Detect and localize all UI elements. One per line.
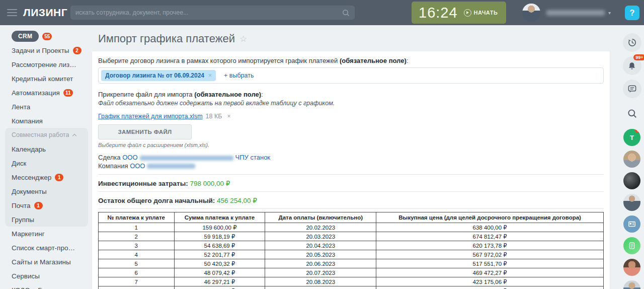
file-remove-icon[interactable]: × [227, 113, 230, 120]
table-row: 746 297,21 ₽20.08.2023423 175,06 ₽ [99, 277, 604, 286]
chat-avatar-photo-5[interactable] [623, 280, 640, 289]
sidebar-item[interactable]: CRM55 [0, 29, 92, 43]
sidebar-item[interactable]: Кредитный комитет [0, 71, 92, 86]
payments-table-body: 1159 600,00 ₽20.02.2023638 400,00 ₽259 9… [99, 223, 604, 289]
timer-start-button[interactable]: НАЧАТЬ [464, 9, 498, 17]
chat-avatar-t[interactable]: T 1 [623, 129, 640, 146]
sidebar-item[interactable]: Календарь [5, 142, 88, 156]
chat-avatar-photo-1[interactable] [623, 151, 640, 168]
table-cell: 20.04.2023 [265, 241, 376, 250]
chevron-up-icon [72, 133, 76, 137]
sidebar-item[interactable]: Сайты и Магазины [0, 255, 92, 269]
table-cell: 638 400,00 ₽ [376, 223, 604, 232]
chat-avatar-doc-icon[interactable] [623, 237, 640, 254]
play-icon [464, 9, 471, 17]
company-name-blurred [147, 164, 195, 169]
table-cell: 1 [99, 223, 175, 232]
sidebar-item[interactable]: Список смарт-процессов [0, 241, 92, 255]
attach-file-label: Прикрепите файл для импорта (обязательно… [98, 91, 604, 98]
table-cell: 20.02.2023 [265, 223, 376, 232]
sidebar-item[interactable]: Лента [0, 100, 92, 114]
investment-row: Инвестиционные затраты: 798 000,00 ₽ [98, 179, 604, 187]
search-icon[interactable] [342, 9, 350, 17]
table-cell: 2 [99, 232, 175, 241]
user-menu-caret-icon[interactable]: ▾ [608, 10, 611, 16]
table-cell: 674 812,47 ₽ [376, 232, 604, 241]
help-button[interactable]: ? [625, 6, 639, 20]
sidebar-item[interactable]: Совместная работа [5, 128, 88, 142]
table-cell: 620 173,78 ₽ [376, 241, 604, 250]
search-input[interactable] [75, 9, 342, 16]
file-link[interactable]: График платежей для импорта.xlsm [98, 113, 203, 120]
table-cell: 44 271,38 ₽ [174, 286, 265, 289]
notifications-bell-icon[interactable]: 99+ [623, 56, 641, 75]
sidebar-badge: 2 [73, 47, 82, 54]
sidebar-item[interactable]: Задачи и Проекты2 [0, 43, 92, 57]
favorite-star-icon[interactable]: ☆ [239, 34, 247, 44]
deal-link[interactable]: ОООЧПУ станок [122, 154, 270, 161]
sidebar-item[interactable]: Сервисы [0, 269, 92, 283]
table-cell: 20.09.2023 [265, 286, 376, 289]
notifications-badge: 99+ [633, 54, 644, 60]
sidebar-item[interactable]: Маркетинг [0, 227, 92, 241]
table-cell: 567 972,02 ₽ [376, 250, 604, 259]
table-cell: 20.05.2023 [265, 250, 376, 259]
table-cell: 54 638,69 ₽ [174, 241, 265, 250]
sidebar-item[interactable]: Диск [5, 156, 88, 170]
sidebar-item[interactable]: Почта1 [5, 198, 88, 212]
divider [98, 191, 604, 192]
divider [98, 208, 604, 209]
add-contract-link[interactable]: + выбрать [224, 72, 254, 79]
company-link[interactable]: ООО [130, 162, 197, 170]
chat-avatar-card-icon[interactable] [623, 215, 640, 233]
user-name-blurred[interactable] [546, 10, 605, 16]
debt-rest-row: Остаток общего долга начальный: 456 254,… [98, 196, 604, 204]
table-cell: 59 918,19 ₽ [174, 232, 265, 241]
table-row: 259 918,19 ₽20.03.2023674 812,47 ₽ [99, 232, 604, 241]
chat-avatar-photo-2[interactable] [623, 172, 640, 189]
rail-search-icon[interactable] [623, 104, 641, 123]
deal-line: Сделка ОООЧПУ станок [98, 154, 604, 162]
sidebar-item[interactable]: КЭДО + Госключ [0, 283, 92, 289]
table-cell: 6 [99, 268, 175, 277]
global-search[interactable] [70, 6, 355, 20]
table-cell: 159 600,00 ₽ [174, 223, 265, 232]
payments-table: № платежа к уплатеСумма платежа к уплате… [98, 212, 604, 289]
sidebar-item[interactable]: Рассмотрение лизингово... [0, 57, 92, 71]
contract-select-label: Выберите договор лизинга в рамках которо… [98, 57, 604, 64]
sidebar-item[interactable]: Компания [0, 114, 92, 128]
contract-chip[interactable]: Договор лизинга № от 06.09.2024 × [101, 70, 216, 81]
table-cell: 20.08.2023 [265, 277, 376, 286]
debt-rest-value: 456 254,00 ₽ [217, 197, 257, 204]
menu-icon[interactable] [7, 9, 17, 16]
chat-avatar-photo-4[interactable] [623, 259, 640, 276]
sidebar-badge: 11 [63, 89, 73, 97]
sidebar-item[interactable]: Мессенджер1 [5, 170, 88, 184]
chat-avatar-t-badge: 1 [635, 129, 640, 133]
right-rail: 99+ T 1 АА ВЧ [620, 25, 644, 289]
user-avatar[interactable] [522, 4, 540, 22]
table-row: 1159 600,00 ₽20.02.2023638 400,00 ₽ [99, 223, 604, 232]
table-cell: 46 297,21 ₽ [174, 277, 265, 286]
table-row: 844 271,38 ₽20.09.2023378 903,69 ₽ [99, 286, 604, 289]
table-cell: 378 903,69 ₽ [376, 286, 604, 289]
table-cell: 469 472,27 ₽ [376, 268, 604, 277]
table-cell: 20.07.2023 [265, 268, 376, 277]
page-title: Импорт графика платежей [98, 32, 235, 45]
chip-close-icon[interactable]: × [208, 72, 212, 79]
sidebar-item[interactable]: Документы [5, 184, 88, 198]
replace-file-button[interactable]: ЗАМЕНИТЬ ФАЙЛ [98, 124, 192, 139]
sidebar-item[interactable]: Группы [5, 212, 88, 227]
contract-select-field[interactable]: Договор лизинга № от 06.09.2024 × + выбр… [98, 67, 604, 84]
chat-avatar-photo-3[interactable] [623, 194, 640, 211]
table-cell: 4 [99, 250, 175, 259]
work-timer[interactable]: 16:24 НАЧАТЬ [412, 2, 506, 24]
table-cell: 20.03.2023 [265, 232, 376, 241]
history-icon[interactable] [623, 33, 641, 52]
table-row: 648 079,42 ₽20.07.2023469 472,27 ₽ [99, 268, 604, 277]
main-content: Импорт графика платежей ☆ Выберите догов… [92, 25, 620, 289]
chat-icon[interactable] [623, 80, 641, 98]
table-cell: 423 175,06 ₽ [376, 277, 604, 286]
sidebar-item[interactable]: Автоматизация11 [0, 86, 92, 100]
payments-table-header: № платежа к уплатеСумма платежа к уплате… [99, 212, 604, 223]
